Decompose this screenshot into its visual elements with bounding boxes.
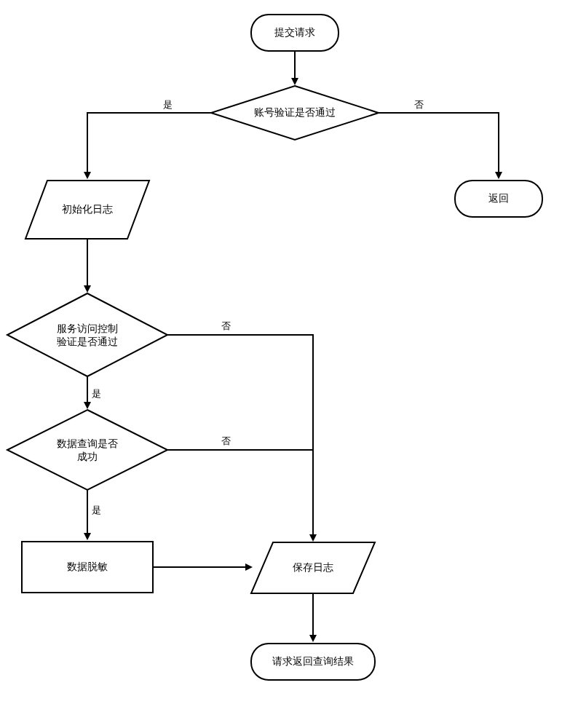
edge-d_query-yes-label: 是 [92, 505, 101, 515]
edge-d_query-no [167, 450, 313, 540]
decision-query-l1: 数据查询是否 [57, 438, 118, 449]
edge-d_svc-no [167, 335, 313, 540]
start-label: 提交请求 [274, 27, 315, 38]
decision-query-l2: 成功 [77, 451, 98, 462]
edge-d_query-no-label: 否 [221, 435, 231, 446]
flowchart: 提交请求 账号验证是否通过 是 否 返回 初始化日志 服务访问控制 验证是否通过… [0, 0, 578, 728]
return-label: 返回 [488, 193, 509, 204]
decision-query [7, 410, 167, 490]
end-label: 请求返回查询结果 [272, 656, 354, 667]
edge-d_acct-no-label: 否 [414, 99, 424, 110]
process-init-log-label: 初始化日志 [62, 204, 113, 215]
edge-d_acct-yes [87, 113, 211, 178]
process-save-log-label: 保存日志 [293, 562, 333, 573]
decision-service-l2: 验证是否通过 [57, 336, 118, 347]
edge-d_acct-yes-label: 是 [163, 99, 173, 110]
edge-d_svc-yes-label: 是 [92, 388, 101, 399]
edge-d_acct-no [379, 113, 499, 178]
process-mask-label: 数据脱敏 [67, 561, 108, 572]
decision-account-label: 账号验证是否通过 [254, 107, 336, 118]
edge-d_svc-no-label: 否 [221, 320, 231, 331]
decision-service [7, 293, 167, 376]
decision-service-l1: 服务访问控制 [57, 323, 118, 334]
